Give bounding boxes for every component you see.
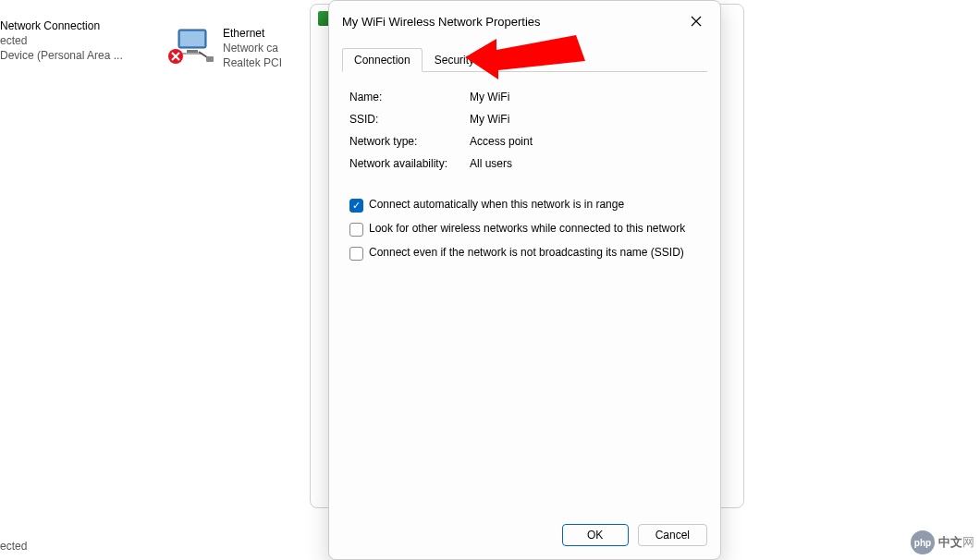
tab-connection[interactable]: Connection [342, 48, 423, 72]
dialog-title: My WiFi Wireless Network Properties [342, 15, 541, 29]
check-look-other-row: Look for other wireless networks while c… [349, 222, 700, 237]
network-item-ethernet[interactable]: Ethernet Network ca Realtek PCI [171, 26, 282, 70]
cancel-button[interactable]: Cancel [638, 524, 707, 546]
label-type: Network type: [349, 135, 470, 148]
value-type: Access point [470, 135, 700, 148]
network-title: Network Connection [0, 18, 123, 33]
label-ssid: SSID: [349, 113, 470, 126]
network-status: Network ca [223, 41, 282, 55]
network-title: Ethernet [223, 26, 282, 41]
disconnected-x-icon [167, 48, 184, 65]
network-item-text: Network Connection ected Device (Persona… [0, 18, 123, 63]
svg-rect-1 [180, 31, 204, 46]
network-device: Device (Personal Area ... [0, 48, 123, 63]
watermark: php 中文网 [911, 530, 974, 554]
check-look-other-label: Look for other wireless networks while c… [369, 222, 685, 236]
check-auto-connect-label: Connect automatically when this network … [369, 198, 624, 212]
check-auto-connect[interactable] [349, 199, 363, 213]
properties-grid: Name: My WiFi SSID: My WiFi Network type… [349, 91, 700, 170]
dialog-body: Connection Security Name: My WiFi SSID: … [329, 38, 720, 515]
check-hidden-ssid-row: Connect even if the network is not broad… [349, 246, 700, 261]
tab-strip: Connection Security [342, 47, 707, 72]
partial-text-bottom: ected [0, 540, 27, 553]
close-icon [691, 16, 702, 27]
network-item-bluetooth[interactable]: Network Connection ected Device (Persona… [0, 18, 123, 63]
dialog-footer: OK Cancel [329, 515, 720, 559]
network-device: Realtek PCI [223, 55, 282, 70]
value-ssid: My WiFi [470, 113, 700, 126]
check-hidden-ssid-label: Connect even if the network is not broad… [369, 246, 684, 260]
watermark-logo: php [911, 530, 935, 554]
check-auto-connect-row: Connect automatically when this network … [349, 198, 700, 213]
label-name: Name: [349, 91, 470, 103]
checkbox-group: Connect automatically when this network … [349, 198, 700, 261]
tab-content: Name: My WiFi SSID: My WiFi Network type… [342, 72, 707, 268]
value-name: My WiFi [470, 91, 700, 103]
network-item-text: Ethernet Network ca Realtek PCI [223, 26, 282, 70]
watermark-text: 中文网 [938, 534, 974, 551]
wifi-properties-dialog: My WiFi Wireless Network Properties Conn… [328, 0, 721, 560]
dialog-titlebar: My WiFi Wireless Network Properties [329, 1, 720, 38]
value-availability: All users [470, 157, 700, 170]
check-look-other[interactable] [349, 223, 363, 237]
label-availability: Network availability: [349, 157, 470, 170]
ethernet-icon [171, 26, 215, 63]
svg-rect-2 [187, 50, 198, 53]
close-button[interactable] [681, 8, 711, 34]
network-status: ected [0, 33, 123, 48]
svg-rect-4 [206, 56, 214, 62]
tab-security[interactable]: Security [423, 48, 486, 72]
check-hidden-ssid[interactable] [349, 247, 363, 261]
ok-button[interactable]: OK [562, 524, 629, 546]
